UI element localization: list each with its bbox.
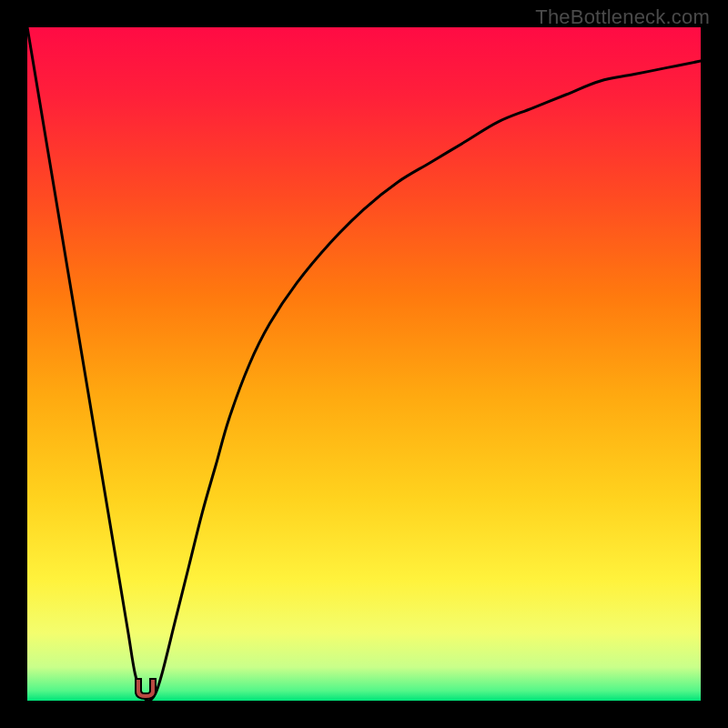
watermark-text: TheBottleneck.com <box>535 5 710 29</box>
plot-area <box>27 27 701 701</box>
bottleneck-curve <box>27 27 701 701</box>
chart-frame: TheBottleneck.com <box>0 0 728 728</box>
